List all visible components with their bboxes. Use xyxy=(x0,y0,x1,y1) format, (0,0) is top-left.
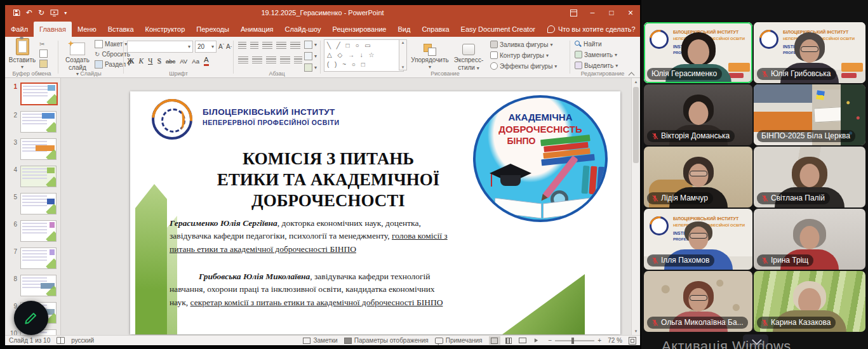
tab-insert[interactable]: Вставка xyxy=(102,22,140,37)
tab-transitions[interactable]: Переходы xyxy=(190,22,235,37)
tab-menu[interactable]: Меню xyxy=(72,22,102,37)
increase-indent-button[interactable] xyxy=(276,42,286,49)
shrink-font-button[interactable]: Аˇ xyxy=(226,43,232,50)
scrollbar-thumb[interactable] xyxy=(633,87,639,163)
start-slideshow-icon[interactable] xyxy=(50,10,58,16)
video-tile[interactable]: БІЛОЦЕРКІВСЬКИЙ ІНСТИТУТНЕПЕРЕРВНОЇ ПРОФ… xyxy=(754,22,865,83)
shape-outline-button[interactable]: Контур фигуры▾ xyxy=(490,51,557,59)
text-direction-button[interactable]: ▾ xyxy=(304,41,317,49)
tab-file[interactable]: Файл xyxy=(5,22,34,37)
slide-canvas[interactable]: БІЛОЦЕРКІВСЬКИЙ ІНСТИТУТ НЕПЕРЕРВНОЇ ПРО… xyxy=(130,91,620,334)
comments-button[interactable]: Примечания xyxy=(435,337,483,344)
format-painter-button[interactable] xyxy=(39,60,48,68)
character-spacing-button[interactable]: AV xyxy=(180,58,187,65)
tab-slideshow[interactable]: Слайд-шоу xyxy=(279,22,327,37)
slide-sorter-view-button[interactable] xyxy=(503,336,514,345)
columns-button[interactable] xyxy=(294,56,302,63)
maximize-button[interactable]: □ xyxy=(602,5,621,20)
line-spacing-button[interactable] xyxy=(290,42,300,49)
scroll-down-icon[interactable]: ▾ xyxy=(632,329,640,334)
close-button[interactable]: × xyxy=(621,5,640,20)
slide-paragraph-1[interactable]: Герасименко Юлія Сергіївна, докторка еко… xyxy=(170,217,454,256)
video-tile[interactable]: Карина Казакова xyxy=(754,271,865,332)
slide-thumbnail[interactable]: 1 xyxy=(9,82,60,105)
collapse-ribbon-icon[interactable] xyxy=(629,70,635,76)
decrease-indent-button[interactable] xyxy=(262,42,272,49)
quick-styles-button[interactable]: Экспресс- стили ▾ xyxy=(451,39,486,71)
video-tile[interactable]: Лідія Мамчур xyxy=(644,147,752,207)
undo-icon[interactable]: ↶ xyxy=(26,8,32,17)
find-button[interactable]: Найти xyxy=(575,41,618,48)
align-right-button[interactable] xyxy=(266,56,276,63)
slide-thumbnail[interactable]: 6 xyxy=(9,220,60,242)
numbering-button[interactable] xyxy=(250,42,258,49)
ribbon-display-options-icon[interactable] xyxy=(564,5,583,20)
slide-thumbnail-pane[interactable]: 1 2 3 4 5 6 7 8 9 10 xyxy=(5,78,61,335)
proofing-icon[interactable] xyxy=(57,337,65,344)
font-size-combo[interactable]: 20▾ xyxy=(195,41,217,53)
slide-thumbnail[interactable]: 7 xyxy=(9,247,60,269)
align-left-button[interactable] xyxy=(238,56,248,63)
tab-review[interactable]: Рецензирование xyxy=(327,22,392,37)
tab-animations[interactable]: Анимация xyxy=(235,22,279,37)
cut-button[interactable]: ✂ xyxy=(39,41,48,48)
notes-button[interactable]: Заметки xyxy=(303,337,337,344)
tell-me-box[interactable]: Что вы хотите сделать? xyxy=(541,22,642,37)
tab-design[interactable]: Конструктор xyxy=(140,22,191,37)
arrange-button[interactable]: Упорядочить▾ xyxy=(410,39,450,70)
video-tile[interactable]: Ірина Тріщ xyxy=(754,209,865,270)
zoom-slider[interactable] xyxy=(555,340,594,341)
normal-view-button[interactable] xyxy=(489,336,500,345)
zoom-out-button[interactable]: − xyxy=(549,337,552,344)
shapes-gallery[interactable]: ╲ ╱ □ ○ ▭ △ ◇ → ↓ ☆ ( ) ~ ○ □ xyxy=(324,39,404,72)
video-tile[interactable]: Ольга Миколаївна Ба... xyxy=(644,271,752,332)
slide-thumbnail[interactable]: 2 xyxy=(9,111,60,133)
video-tile[interactable]: Світлана Палій xyxy=(754,147,865,207)
zoom-slider-thumb[interactable] xyxy=(571,338,574,344)
zoom-level[interactable]: 72 % xyxy=(608,337,622,344)
strikethrough-button[interactable]: abc xyxy=(166,58,175,65)
slide-thumbnail[interactable]: 4 xyxy=(9,166,60,187)
slide-thumbnail[interactable]: 5 xyxy=(9,193,60,214)
align-text-button[interactable]: ▾ xyxy=(304,52,317,60)
slide-title[interactable]: КОМІСІЯ З ПИТАНЬ ЕТИКИ ТА АКАДЕМІЧНОЇ ДО… xyxy=(190,148,467,211)
tab-home[interactable]: Главная xyxy=(34,22,72,37)
bold-button[interactable]: Ж xyxy=(127,57,134,65)
underline-button[interactable]: Ч xyxy=(148,57,152,65)
slide-thumbnail[interactable]: 3 xyxy=(9,138,60,160)
display-options-button[interactable]: Параметры отображения xyxy=(344,337,429,344)
italic-button[interactable]: К xyxy=(138,57,144,65)
video-tile[interactable]: БІЛОЦЕРКІВСЬКИЙ ІНСТИТУТНЕПЕРЕРВНОЇ ПРОФ… xyxy=(644,22,752,83)
zoom-in-button[interactable]: + xyxy=(598,337,601,344)
font-name-combo[interactable]: ▾ xyxy=(127,41,193,53)
video-tile[interactable]: Вікторія Доманська xyxy=(644,84,752,145)
text-shadow-button[interactable]: S xyxy=(157,57,161,65)
fit-slide-button[interactable] xyxy=(629,337,636,345)
slide-thumbnail[interactable]: 8 xyxy=(9,275,60,296)
paste-button[interactable]: Вставить▾ xyxy=(8,39,37,70)
vertical-scrollbar[interactable]: ▴ ▾ xyxy=(631,78,640,335)
justify-button[interactable] xyxy=(280,56,290,63)
change-case-button[interactable]: Аа xyxy=(192,58,199,65)
video-tile[interactable]: БІЛОЦЕРКІВСЬКИЙ ІНСТИТУТНЕПЕРЕРВНОЇ ПРОФ… xyxy=(644,209,752,270)
scroll-up-icon[interactable]: ▴ xyxy=(632,78,640,84)
select-button[interactable]: Выделить▾ xyxy=(575,62,618,69)
qat-customize-icon[interactable]: ▾ xyxy=(64,10,67,16)
redo-icon[interactable]: ↻ xyxy=(38,8,44,17)
grow-font-button[interactable]: Аˆ xyxy=(218,43,224,50)
align-center-button[interactable] xyxy=(252,56,262,63)
shape-effects-button[interactable]: Эффекты фигуры▾ xyxy=(490,62,557,70)
slideshow-view-button[interactable] xyxy=(531,336,542,345)
video-tile[interactable]: БІНПО-2025 Біла Церква xyxy=(754,84,865,145)
replace-button[interactable]: Заменить▾ xyxy=(575,51,618,58)
annotation-tool-button[interactable] xyxy=(14,301,48,335)
slide-paragraph-2[interactable]: Грибовська Юлія Миколаївна, завідувачка … xyxy=(170,270,454,309)
minimize-button[interactable]: – xyxy=(583,5,602,20)
reading-view-button[interactable] xyxy=(517,336,528,345)
font-color-button[interactable]: А xyxy=(204,56,209,66)
shape-fill-button[interactable]: Заливка фигуры▾ xyxy=(490,41,557,48)
tab-help[interactable]: Справка xyxy=(416,22,455,37)
tab-view[interactable]: Вид xyxy=(392,22,417,37)
shapes-gallery-scroll[interactable]: ▴▾ xyxy=(399,39,407,70)
language-indicator[interactable]: русский xyxy=(71,337,94,344)
